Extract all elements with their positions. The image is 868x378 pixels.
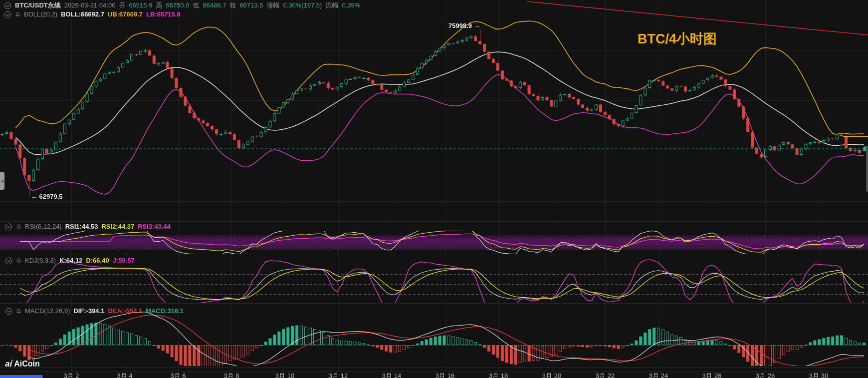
low-label: 低 xyxy=(193,1,199,9)
rsi2-value: RSI2:44.37 xyxy=(101,223,134,231)
x-axis-label: 3月 28 xyxy=(756,372,775,378)
x-axis-label: 3月 24 xyxy=(649,372,668,378)
x-axis-label: 3月 30 xyxy=(809,372,828,378)
boll-ub-value: UB:67669.7 xyxy=(108,10,143,18)
low-value: 66488.7 xyxy=(203,1,226,9)
macd-bar-value: MACD:316.1 xyxy=(146,307,184,315)
ohlc-header: BTC/USDT永续 2026-03-31 04:00 开 66515.9 高 … xyxy=(4,1,360,9)
aicoin-logo: ai AiCoin xyxy=(5,359,40,369)
collapse-chevron-icon[interactable] xyxy=(4,2,11,9)
chart-title-watermark: BTC/4小时图 xyxy=(638,30,717,48)
amplitude-value: 0.39% xyxy=(342,1,360,9)
boll-lb-value: LB:65715.8 xyxy=(146,10,181,18)
alert-bell-icon[interactable] xyxy=(16,308,21,314)
macd-dea-value: DEA:-552.1 xyxy=(108,307,142,315)
boll-name[interactable]: BOLL(20,2) xyxy=(24,10,57,18)
vertical-scrollbar-thumb[interactable] xyxy=(866,146,868,192)
kdj-k-value: K:64.12 xyxy=(59,257,82,265)
x-axis-label: 3月 10 xyxy=(275,372,294,378)
boll-header: BOLL(20,2) BOLL:66692.7 UB:67669.7 LB:65… xyxy=(4,10,181,18)
collapse-chevron-icon[interactable] xyxy=(5,257,12,265)
high-label: 高 xyxy=(156,1,162,9)
collapse-chevron-icon[interactable] xyxy=(5,223,12,231)
x-axis-label: 3月 4 xyxy=(117,372,132,378)
x-axis-label: 3月 16 xyxy=(435,372,454,378)
x-axis: 3月 23月 43月 63月 83月 103月 123月 143月 163月 1… xyxy=(0,372,868,378)
kdj-d-value: D:66.40 xyxy=(86,257,109,265)
amplitude-label: 振幅 xyxy=(325,1,338,9)
x-axis-label: 3月 14 xyxy=(382,372,401,378)
symbol-name[interactable]: BTC/USDT永续 xyxy=(15,1,61,9)
horizontal-scrollbar-thumb[interactable] xyxy=(0,375,43,378)
low-price-annotation: ← 62979.5 xyxy=(31,193,63,200)
sidebar-collapse-handle[interactable]: ◂ xyxy=(0,172,4,190)
x-axis-label: 3月 22 xyxy=(596,372,615,378)
x-axis-label: 3月 20 xyxy=(542,372,561,378)
kdj-j-value: J:59.57 xyxy=(113,257,135,265)
rsi-name[interactable]: RSI(6,12,24) xyxy=(25,223,62,231)
boll-mid-value: BOLL:66692.7 xyxy=(61,10,104,18)
macd-header: MACD(12,26,9) DIF:-394.1 DEA:-552.1 MACD… xyxy=(5,307,184,315)
collapse-chevron-icon[interactable] xyxy=(4,11,11,18)
open-value: 66515.9 xyxy=(129,1,152,9)
high-value: 66750.0 xyxy=(166,1,189,9)
chart-canvas[interactable] xyxy=(0,0,868,378)
kdj-header: KDJ(9,3,3) K:64.12 D:66.40 J:59.57 xyxy=(5,257,135,265)
change-value: 0.30%(197.5) xyxy=(283,1,322,9)
macd-dif-value: DIF:-394.1 xyxy=(73,307,104,315)
x-axis-label: 3月 8 xyxy=(223,372,239,378)
rsi3-value: RSI3:43.44 xyxy=(138,223,171,231)
alert-bell-icon[interactable] xyxy=(16,224,21,230)
x-axis-label: 3月 6 xyxy=(170,372,186,378)
alert-bell-icon[interactable] xyxy=(15,11,20,17)
high-price-annotation: 75998.9 → xyxy=(448,22,480,29)
bar-datetime: 2026-03-31 04:00 xyxy=(64,1,116,9)
x-axis-label: 3月 18 xyxy=(489,372,508,378)
open-label: 开 xyxy=(119,1,125,9)
collapse-chevron-icon[interactable] xyxy=(5,308,12,315)
rsi-header: RSI(6,12,24) RSI1:44.53 RSI2:44.37 RSI3:… xyxy=(5,223,171,231)
close-label: 收 xyxy=(229,1,236,9)
aicoin-logo-mark: ai xyxy=(5,359,12,369)
kdj-name[interactable]: KDJ(9,3,3) xyxy=(25,257,56,265)
close-value: 66713.5 xyxy=(239,1,263,9)
macd-name[interactable]: MACD(12,26,9) xyxy=(25,307,70,315)
rsi1-value: RSI1:44.53 xyxy=(65,223,98,231)
change-label: 涨幅 xyxy=(266,1,279,9)
x-axis-label: 3月 12 xyxy=(329,372,348,378)
alert-bell-icon[interactable] xyxy=(16,258,21,264)
x-axis-label: 3月 2 xyxy=(63,372,79,378)
x-axis-label: 3月 26 xyxy=(702,372,721,378)
trading-chart-app: BTC/USDT永续 2026-03-31 04:00 开 66515.9 高 … xyxy=(0,0,868,378)
aicoin-logo-text: AiCoin xyxy=(14,360,40,369)
